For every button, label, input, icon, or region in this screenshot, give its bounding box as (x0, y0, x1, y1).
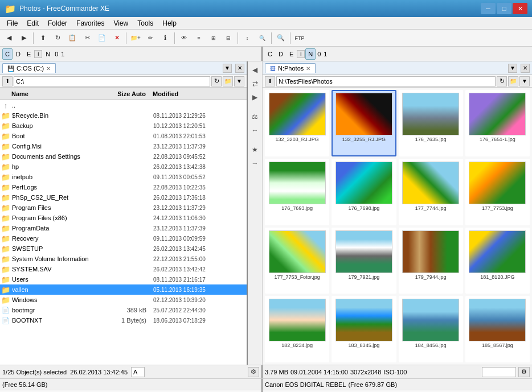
tb-list[interactable]: ≡ (192, 32, 206, 44)
left-path-browse[interactable]: 📁 (223, 76, 233, 86)
menu-folder[interactable]: Folder (43, 18, 72, 28)
tb-thumb[interactable]: ⊟ (222, 32, 235, 44)
menu-favorites[interactable]: Favorites (72, 18, 109, 28)
thumbnail-item[interactable]: 179_7921.jpg (332, 228, 396, 294)
thumbnail-item[interactable]: 177_7753.jpg (465, 159, 530, 225)
right-panel-menu[interactable]: ▼ (508, 64, 517, 73)
tb-sort[interactable]: ↕ (240, 32, 254, 44)
file-item[interactable]: 📁 Documents and Settings 22.08.2013 09:4… (0, 151, 247, 162)
right-path-refresh[interactable]: ↻ (497, 76, 507, 86)
right-tab-close[interactable]: ✕ (306, 65, 310, 72)
tb-new-folder[interactable]: 📁+ (129, 32, 142, 44)
thumbnail-item[interactable]: 177_7744.jpg (399, 159, 463, 225)
file-item[interactable]: 📁 inetpub 09.11.2013 00:05:52 (0, 172, 247, 182)
right-drive-c[interactable]: C (265, 48, 275, 60)
tb-back[interactable]: ◀ (2, 32, 16, 44)
left-file-list[interactable]: ↑ .. 📁 $Recycle.Bin 08.11.2013 21:29:26 … (0, 100, 247, 365)
menu-edit[interactable]: Edit (22, 18, 43, 28)
tb-refresh[interactable]: ↻ (51, 32, 64, 44)
right-path-browse[interactable]: 📁 (508, 76, 518, 86)
thumbnail-item[interactable]: 183_8345.jpg (332, 296, 396, 362)
right-panel-close[interactable]: ✕ (521, 64, 530, 73)
file-item[interactable]: 📁 Program Files 23.12.2013 11:37:29 (0, 203, 247, 213)
tb-view[interactable]: 👁 (177, 32, 191, 44)
right-path-input[interactable] (276, 76, 496, 86)
right-panel-tab[interactable]: 🖼 N:Photos ✕ (265, 63, 316, 73)
vert-btn-copy-right[interactable]: ▶ (249, 91, 261, 104)
col-size-header[interactable]: Size Auto (103, 90, 148, 97)
file-item[interactable]: 📄 BOOTNXT 1 Byte(s) 18.06.2013 07:18:29 (0, 315, 247, 325)
thumbnail-item[interactable]: 176_7651-1.jpg (465, 90, 530, 156)
file-item[interactable]: 📁 Windows 02.12.2013 10:39:20 (0, 295, 247, 305)
minimize-button[interactable]: ─ (481, 3, 496, 14)
vert-btn-compare[interactable]: ⚖ (249, 110, 261, 123)
col-name-header[interactable]: Name (0, 90, 103, 97)
thumbnail-grid[interactable]: 132_3203_RJ.JPG 132_3255_RJ.JPG 176_7635… (263, 88, 532, 365)
tb-copy[interactable]: 📋 (66, 32, 79, 44)
vert-btn-star[interactable]: ★ (249, 143, 261, 156)
tb-forward[interactable]: ▶ (17, 32, 31, 44)
file-item[interactable]: 📁 System Volume Information 22.12.2013 2… (0, 254, 247, 264)
col-modified-header[interactable]: Modified (148, 90, 247, 97)
left-path-history[interactable]: ▼ (234, 76, 244, 86)
file-item[interactable]: 📁 Program Files (x86) 24.12.2013 11:06:3… (0, 213, 247, 223)
file-item[interactable]: 📁 SYSTEM.SAV 26.02.2013 13:42:42 (0, 264, 247, 274)
tb-cut[interactable]: ✂ (80, 32, 94, 44)
vert-btn-swap[interactable]: ⇄ (249, 77, 261, 90)
left-path-input[interactable] (14, 76, 210, 86)
file-item[interactable]: 📁 Users 08.11.2013 21:16:17 (0, 274, 247, 284)
left-path-refresh[interactable]: ↻ (211, 76, 222, 86)
file-item[interactable]: 📄 bootmgr 389 kB 25.07.2012 22:44:30 (0, 305, 247, 315)
file-item[interactable]: 📁 PerfLogs 22.08.2013 10:22:35 (0, 182, 247, 192)
left-panel-tab[interactable]: 💾 C:OS (C:) ✕ (2, 63, 56, 73)
thumbnail-item[interactable]: 184_8456.jpg (399, 296, 463, 362)
file-item[interactable]: 📁 hp 26.02.2013 13:42:38 (0, 162, 247, 172)
file-item[interactable]: 📁 Config.Msi 23.12.2013 11:37:39 (0, 141, 247, 151)
vert-btn-move[interactable]: → (249, 157, 261, 170)
file-item[interactable]: ↑ .. (0, 100, 247, 110)
left-drive-d[interactable]: D (13, 48, 23, 60)
left-status-btn[interactable]: ⚙ (248, 367, 259, 377)
thumbnail-item[interactable]: 177_7753_Fotor.jpg (265, 228, 329, 294)
menu-view[interactable]: View (109, 18, 133, 28)
right-path-history[interactable]: ▼ (519, 76, 530, 86)
file-item[interactable]: 📁 vallen 05.11.2013 16:19:35 (0, 284, 247, 295)
tb-rename[interactable]: ✏ (144, 32, 157, 44)
left-drive-e[interactable]: E (24, 48, 34, 60)
right-drive-n[interactable]: N (305, 48, 316, 60)
file-item[interactable]: 📁 Boot 01.08.2013 22:01:53 (0, 131, 247, 141)
close-button[interactable]: ✕ (513, 3, 527, 14)
maximize-button[interactable]: □ (497, 3, 511, 14)
vert-btn-copy-left[interactable]: ◀ (249, 64, 261, 76)
file-item[interactable]: 📁 SWSETUP 26.02.2013 13:42:45 (0, 244, 247, 254)
file-item[interactable]: 📁 Recovery 09.11.2013 00:09:59 (0, 233, 247, 244)
tb-filter[interactable]: 🔍 (255, 32, 269, 44)
right-path-up[interactable]: ⬆ (265, 76, 275, 86)
menu-tools[interactable]: Tools (133, 18, 158, 28)
thumbnail-item[interactable]: 185_8567.jpg (465, 296, 530, 362)
right-drive-e[interactable]: E (287, 48, 296, 60)
menu-file[interactable]: File (2, 18, 22, 28)
file-item[interactable]: 📁 Backup 10.12.2013 12:20:51 (0, 121, 247, 131)
tb-up[interactable]: ⬆ (36, 32, 50, 44)
thumbnail-item[interactable]: 176_7635.jpg (399, 90, 463, 156)
thumbnail-item[interactable]: 179_7944.jpg (399, 228, 463, 294)
thumbnail-item[interactable]: 182_8234.jpg (265, 296, 329, 362)
left-drive-icon[interactable]: I (34, 50, 42, 58)
thumbnail-item[interactable]: 132_3203_RJ.JPG (265, 90, 329, 156)
tb-props[interactable]: ℹ (158, 32, 172, 44)
left-panel-close[interactable]: ✕ (235, 64, 244, 73)
tb-paste[interactable]: 📄 (95, 32, 109, 44)
thumbnail-item[interactable]: 176_7698.jpg (332, 159, 396, 225)
file-item[interactable]: 📁 $Recycle.Bin 08.11.2013 21:29:26 (0, 110, 247, 121)
right-drive-icon[interactable]: I (297, 50, 305, 58)
right-status-input[interactable] (482, 367, 516, 377)
left-tab-close[interactable]: ✕ (46, 65, 51, 72)
tb-delete[interactable]: ✕ (110, 32, 124, 44)
thumbnail-item[interactable]: 181_8120.JPG (465, 228, 530, 294)
file-item[interactable]: 📁 PhSp_CS2_UE_Ret 26.02.2013 17:36:18 (0, 192, 247, 203)
left-status-attr-input[interactable] (131, 367, 145, 377)
tb-ftp[interactable]: FTP (293, 32, 306, 44)
left-drive-n[interactable]: N (43, 48, 53, 60)
left-panel-menu[interactable]: ▼ (223, 64, 232, 73)
